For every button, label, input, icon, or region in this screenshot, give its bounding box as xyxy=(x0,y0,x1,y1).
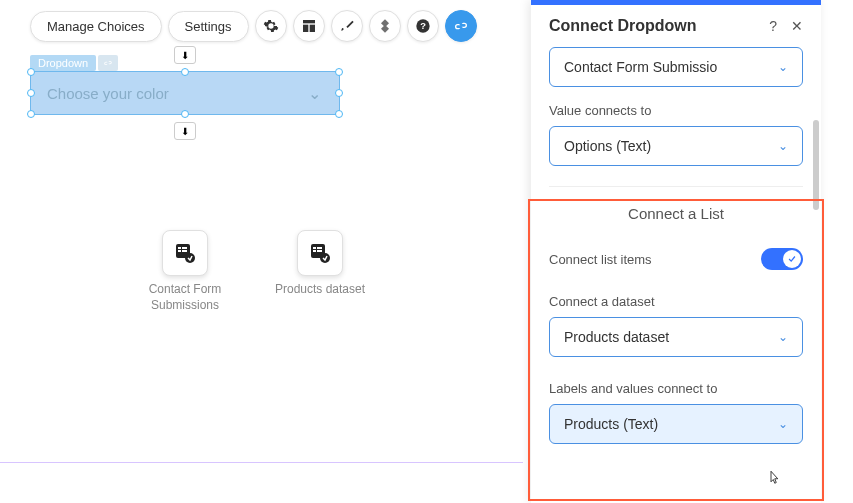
svg-rect-8 xyxy=(178,250,181,252)
resize-handle[interactable] xyxy=(181,110,189,118)
help-icon[interactable]: ? xyxy=(769,18,777,34)
dropdown-placeholder: Choose your color xyxy=(47,85,169,102)
connect-icon xyxy=(103,58,113,68)
chevron-down-icon: ⌄ xyxy=(778,139,788,153)
svg-rect-1 xyxy=(303,25,308,32)
svg-rect-9 xyxy=(182,250,187,252)
floating-toolbar: Manage Choices Settings ? xyxy=(30,10,477,42)
svg-point-10 xyxy=(185,253,195,263)
selected-dropdown-element[interactable]: Dropdown Choose your color ⌄ ⬇ ⬇ xyxy=(30,55,340,115)
connect-list-toggle[interactable] xyxy=(761,248,803,270)
resize-handle[interactable] xyxy=(335,110,343,118)
connect-data-icon-button[interactable] xyxy=(445,10,477,42)
resize-handle[interactable] xyxy=(335,68,343,76)
panel-body: Contact Form Submissio ⌄ Value connects … xyxy=(531,47,821,495)
dataset-select[interactable]: Contact Form Submissio ⌄ xyxy=(549,47,803,87)
svg-rect-0 xyxy=(303,20,315,23)
svg-text:?: ? xyxy=(420,21,426,31)
dataset-contact-form[interactable]: Contact Form Submissions xyxy=(135,230,235,313)
connect-icon xyxy=(453,18,469,34)
dataset-icon xyxy=(162,230,208,276)
animation-icon-button[interactable] xyxy=(369,10,401,42)
svg-rect-14 xyxy=(313,250,316,252)
resize-handle[interactable] xyxy=(27,89,35,97)
stretch-handle-top[interactable]: ⬇ xyxy=(174,46,196,64)
element-connect-tag[interactable] xyxy=(98,55,118,71)
connect-dropdown-panel: Connect Dropdown ? ✕ Contact Form Submis… xyxy=(531,0,821,503)
layout-icon-button[interactable] xyxy=(293,10,325,42)
section-divider xyxy=(0,462,523,463)
manage-choices-button[interactable]: Manage Choices xyxy=(30,11,162,42)
brush-icon xyxy=(339,18,355,34)
diamond-icon xyxy=(377,18,393,34)
select-value: Options (Text) xyxy=(564,138,651,154)
gear-icon xyxy=(263,18,279,34)
scrollbar[interactable] xyxy=(813,120,819,210)
svg-rect-2 xyxy=(309,25,314,32)
design-icon-button[interactable] xyxy=(331,10,363,42)
gear-icon-button[interactable] xyxy=(255,10,287,42)
help-icon: ? xyxy=(415,18,431,34)
panel-title: Connect Dropdown xyxy=(549,17,697,35)
dataset-products[interactable]: Products dataset xyxy=(270,230,370,313)
canvas-datasets: Contact Form Submissions Products datase… xyxy=(135,230,370,313)
help-icon-button[interactable]: ? xyxy=(407,10,439,42)
close-icon[interactable]: ✕ xyxy=(791,18,803,34)
element-type-tag: Dropdown xyxy=(30,55,96,71)
svg-point-16 xyxy=(320,253,330,263)
toggle-knob xyxy=(783,250,801,268)
svg-rect-13 xyxy=(317,247,322,249)
resize-handle[interactable] xyxy=(27,68,35,76)
chevron-down-icon: ⌄ xyxy=(308,84,321,103)
dataset-label: Contact Form Submissions xyxy=(135,282,235,313)
svg-rect-15 xyxy=(317,250,322,252)
svg-rect-7 xyxy=(182,247,187,249)
labels-values-label: Labels and values connect to xyxy=(549,381,803,396)
stretch-handle-bottom[interactable]: ⬇ xyxy=(174,122,196,140)
connect-list-header: Connect a List xyxy=(549,186,803,230)
select-value: Products dataset xyxy=(564,329,669,345)
chevron-down-icon: ⌄ xyxy=(778,330,788,344)
resize-handle[interactable] xyxy=(335,89,343,97)
toggle-label: Connect list items xyxy=(549,252,652,267)
value-connects-select[interactable]: Options (Text) ⌄ xyxy=(549,126,803,166)
connect-dataset-label: Connect a dataset xyxy=(549,294,803,309)
layout-icon xyxy=(301,18,317,34)
resize-handle[interactable] xyxy=(27,110,35,118)
settings-button[interactable]: Settings xyxy=(168,11,249,42)
dataset-label: Products dataset xyxy=(275,282,365,298)
chevron-down-icon: ⌄ xyxy=(778,60,788,74)
resize-handle[interactable] xyxy=(181,68,189,76)
select-value: Products (Text) xyxy=(564,416,658,432)
panel-header: Connect Dropdown ? ✕ xyxy=(531,5,821,47)
dataset-icon xyxy=(297,230,343,276)
svg-rect-6 xyxy=(178,247,181,249)
chevron-down-icon: ⌄ xyxy=(778,417,788,431)
value-connects-label: Value connects to xyxy=(549,103,803,118)
select-value: Contact Form Submissio xyxy=(564,59,717,75)
labels-values-select[interactable]: Products (Text) ⌄ xyxy=(549,404,803,444)
connect-list-items-row: Connect list items xyxy=(549,248,803,270)
dropdown-preview[interactable]: Choose your color ⌄ ⬇ ⬇ xyxy=(30,71,340,115)
svg-rect-12 xyxy=(313,247,316,249)
connect-dataset-select[interactable]: Products dataset ⌄ xyxy=(549,317,803,357)
check-icon xyxy=(787,254,797,264)
